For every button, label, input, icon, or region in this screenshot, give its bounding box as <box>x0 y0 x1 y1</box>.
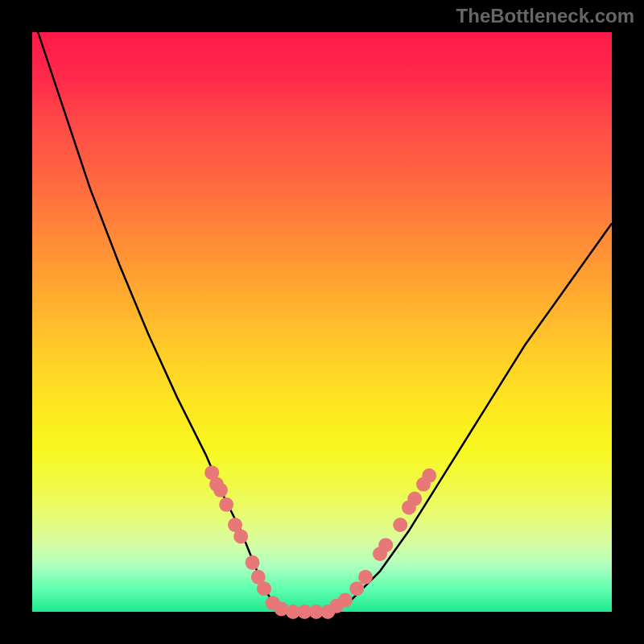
data-marker <box>422 469 436 483</box>
data-marker <box>213 483 228 497</box>
chart-container: TheBottleneck.com <box>0 0 644 644</box>
watermark-text: TheBottleneck.com <box>456 5 634 27</box>
data-marker <box>393 518 407 532</box>
data-marker <box>233 529 248 543</box>
chart-svg <box>32 32 612 612</box>
data-marker <box>219 497 233 512</box>
data-marker <box>246 555 260 570</box>
data-marker <box>378 538 393 552</box>
plot-area <box>32 32 612 612</box>
data-marker <box>349 581 364 596</box>
curve-line <box>32 14 612 612</box>
data-marker <box>257 581 271 596</box>
data-marker <box>338 593 353 608</box>
data-marker <box>358 570 373 584</box>
data-marker <box>407 492 422 506</box>
